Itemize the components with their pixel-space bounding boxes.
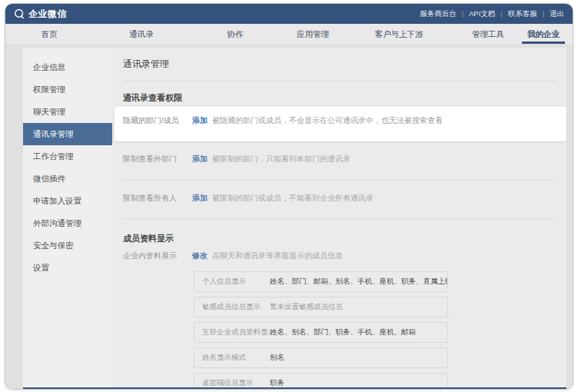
link-service-provider[interactable]: 服务商后台 — [420, 9, 457, 19]
app-window: 企业微信 服务商后台 | API文档 | 联系客服 | 退出 首页 通讯录 协作… — [5, 3, 573, 390]
sidebar-item-permissions[interactable]: 权限管理 — [23, 78, 112, 101]
sidebar-item-company-info[interactable]: 企业信息 — [23, 56, 112, 78]
row-company-profile-display: 企业内资料展示 修改 在聊天和通讯录等界面显示的成员信息 — [123, 250, 563, 262]
detail-box-sensitive-info: 敏感成员信息显示 暂未设置敏感成员信息 — [194, 297, 448, 317]
detail-value: 别名 — [270, 353, 447, 363]
detail-label: 个人信息显示 — [194, 277, 270, 287]
topbar-separator: | — [462, 10, 463, 18]
detail-label: 姓名显示模式 — [194, 353, 270, 363]
modify-profile-display-link[interactable]: 修改 — [192, 250, 208, 262]
detail-box-name-display-mode: 姓名显示模式 别名 — [194, 347, 448, 368]
divider — [123, 218, 556, 219]
brand[interactable]: 企业微信 — [14, 8, 67, 21]
detail-label: 敏感成员信息显示 — [194, 302, 270, 312]
divider — [123, 81, 556, 81]
row-label: 限制查看外部门 — [123, 153, 192, 165]
detail-box-personal-info: 个人信息显示 姓名、部门、邮箱、别名、手机、座机、职务、直属上级、官网、测... — [194, 271, 448, 292]
tab-admin-tools[interactable]: 管理工具 — [472, 24, 504, 44]
content-area: 通讯录管理 通讯录查看权限 隐藏的部门/成员 添加 被隐藏的部门或成员，不会显示… — [112, 48, 566, 390]
sidebar-item-external-comm[interactable]: 外部沟通管理 — [23, 212, 112, 234]
tab-app-management[interactable]: 应用管理 — [297, 24, 329, 44]
row-label: 企业内资料展示 — [123, 250, 192, 262]
topbar-links: 服务商后台 | API文档 | 联系客服 | 退出 — [420, 9, 564, 19]
topbar-separator: | — [500, 10, 502, 18]
row-label: 限制查看所有人 — [123, 192, 192, 204]
tab-contacts[interactable]: 通讯录 — [129, 24, 154, 44]
sidebar-item-workbench[interactable]: 工作台管理 — [23, 145, 112, 168]
link-api-docs[interactable]: API文档 — [469, 9, 495, 19]
section-title-view-permission: 通讯录查看权限 — [123, 92, 182, 104]
wecom-logo-icon — [14, 8, 25, 19]
page-title: 通讯录管理 — [123, 58, 169, 71]
row-hidden-members: 隐藏的部门/成员 添加 被隐藏的部门或成员，不会显示在公司通讯录中，也无法被搜索… — [123, 115, 563, 127]
detail-value: 暂未设置敏感成员信息 — [270, 302, 447, 312]
sidebar-item-chat-management[interactable]: 聊天管理 — [23, 101, 112, 123]
tab-collaboration[interactable]: 协作 — [228, 24, 244, 44]
brand-name: 企业微信 — [28, 8, 67, 21]
tab-home[interactable]: 首页 — [42, 24, 58, 44]
detail-value: 姓名、别名、部门、职务、手机、座机、邮箱 — [270, 327, 447, 337]
sidebar-item-contacts-management[interactable]: 通讯录管理 — [23, 123, 112, 145]
main-nav: 首页 通讯录 协作 应用管理 客户与上下游 管理工具 我的企业 — [5, 24, 573, 44]
detail-label: 互联企业成员资料显示 — [194, 327, 270, 337]
sidebar-item-wechat-plugin[interactable]: 微信插件 — [23, 168, 112, 190]
link-contact-support[interactable]: 联系客服 — [508, 9, 537, 19]
main-panel: 企业信息 权限管理 聊天管理 通讯录管理 工作台管理 微信插件 申请加入设置 外… — [23, 48, 566, 390]
detail-box-linked-company-info: 互联企业成员资料显示 姓名、别名、部门、职务、手机、座机、邮箱 — [194, 322, 448, 343]
section-title-member-profile: 成员资料显示 — [123, 233, 174, 244]
row-description: 在聊天和通讯录等界面显示的成员信息 — [212, 250, 563, 262]
row-restrict-everyone: 限制查看所有人 添加 被限制的部门或成员，不能看到企业所有通讯录 — [123, 192, 563, 204]
row-description: 被限制的部门，只能看到本部门的通讯录 — [212, 153, 563, 165]
add-restricted-members-link[interactable]: 添加 — [192, 192, 208, 204]
settings-sidebar: 企业信息 权限管理 聊天管理 通讯录管理 工作台管理 微信插件 申请加入设置 外… — [23, 48, 112, 390]
row-restrict-other-departments: 限制查看外部门 添加 被限制的部门，只能看到本部门的通讯录 — [123, 153, 563, 165]
link-logout[interactable]: 退出 — [550, 9, 564, 19]
sidebar-item-join-settings[interactable]: 申请加入设置 — [23, 190, 112, 212]
topbar: 企业微信 服务商后台 | API文档 | 联系客服 | 退出 — [5, 4, 573, 24]
row-description: 被隐藏的部门或成员，不会显示在公司通讯录中，也无法被搜索查看 — [212, 115, 563, 127]
topbar-separator: | — [543, 10, 544, 18]
footer-bar — [23, 387, 566, 390]
sidebar-item-settings[interactable]: 设置 — [23, 257, 112, 279]
tab-my-company[interactable]: 我的企业 — [527, 24, 560, 44]
tab-customers[interactable]: 客户与上下游 — [375, 24, 424, 44]
sidebar-item-security[interactable]: 安全与保密 — [23, 234, 112, 257]
add-hidden-members-link[interactable]: 添加 — [192, 115, 208, 127]
divider — [123, 180, 556, 181]
add-restricted-departments-link[interactable]: 添加 — [192, 153, 208, 165]
detail-value: 姓名、部门、邮箱、别名、手机、座机、职务、直属上级、官网、测... — [270, 277, 447, 287]
row-description: 被限制的部门或成员，不能看到企业所有通讯录 — [212, 192, 563, 204]
row-label: 隐藏的部门/成员 — [123, 115, 192, 127]
